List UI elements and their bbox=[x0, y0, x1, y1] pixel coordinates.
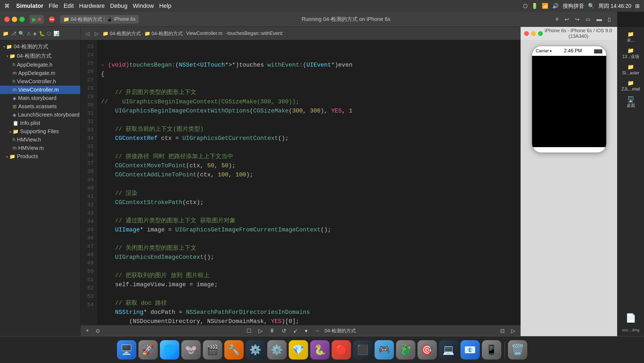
layout-btn-1[interactable]: ▭ bbox=[583, 14, 593, 24]
dock-terminal[interactable]: ⚙️ bbox=[246, 340, 265, 360]
dock-terminal2[interactable]: ⬛ bbox=[353, 340, 372, 360]
menu-debug[interactable]: Debug bbox=[110, 2, 127, 9]
apple-menu[interactable]: ⌘ bbox=[4, 3, 10, 9]
report-icon[interactable]: 📊 bbox=[53, 31, 59, 37]
close-button[interactable] bbox=[4, 17, 10, 22]
iphone-screen[interactable] bbox=[532, 56, 606, 147]
tree-item-root[interactable]: ▾ 📁 04-检测的方式 bbox=[0, 42, 80, 51]
pause-btn[interactable]: ⏸ bbox=[267, 326, 277, 335]
menu-simulator[interactable]: Simulator bbox=[16, 2, 43, 9]
tree-item-products[interactable]: ▸ 📁 Products bbox=[0, 152, 80, 161]
dock-app8[interactable]: 📧 bbox=[460, 340, 480, 360]
layout-btn-3[interactable]: ▯ bbox=[606, 14, 613, 24]
right-item-desktop[interactable]: 🖥️ 桌面 bbox=[625, 95, 636, 110]
menubar-search[interactable]: 🔍 bbox=[588, 3, 595, 9]
iphone-carrier: Carrier bbox=[536, 49, 549, 53]
breakpoint-icon[interactable]: ⬡ bbox=[47, 31, 51, 37]
right-item-file[interactable]: 📄 bbox=[624, 311, 637, 325]
debug-icon[interactable]: 🐛 bbox=[39, 31, 45, 37]
menubar-battery[interactable]: 🔋 bbox=[531, 3, 538, 9]
dock-app6[interactable]: 🎯 bbox=[418, 340, 437, 360]
sim-close-btn[interactable] bbox=[524, 31, 529, 36]
dock-trash[interactable]: 🗑️ bbox=[508, 340, 527, 360]
folder-icon[interactable]: 📁 bbox=[3, 31, 9, 37]
dock-app7[interactable]: 💻 bbox=[439, 340, 458, 360]
code-content[interactable]: - (void)touchesBegan:(NSSet<UITouch*>*)t… bbox=[97, 40, 521, 325]
dock-sysprefs[interactable]: ⚙️ bbox=[267, 340, 287, 360]
minimize-button[interactable] bbox=[12, 17, 17, 22]
dock-app2[interactable]: 🐍 bbox=[310, 340, 330, 360]
maximize-button[interactable] bbox=[19, 17, 25, 22]
layout1-btn[interactable]: ⊡ bbox=[498, 326, 507, 336]
breadcrumb-part4[interactable]: -touchesBegan::withEvent: bbox=[226, 31, 283, 36]
menu-edit[interactable]: Edit bbox=[64, 2, 74, 9]
tree-item-viewcontrollerh[interactable]: ▸ h ViewController.h bbox=[0, 77, 80, 86]
editor-btn-1[interactable]: ≡ bbox=[553, 14, 561, 24]
breadcrumb-part1[interactable]: 📁 04-检图的方式 bbox=[103, 30, 141, 37]
dock-tools[interactable]: 🔧 bbox=[224, 340, 244, 360]
layout-btn-2[interactable]: ▬ bbox=[594, 14, 604, 24]
project-scheme[interactable]: 📁 04-检测的方式 | 📱 iPhone 6s bbox=[60, 15, 139, 24]
debug-view-btn[interactable]: ☐ bbox=[244, 326, 254, 336]
dock-quicktime[interactable]: 🎬 bbox=[203, 340, 222, 360]
tree-label-hmviewh: HMView.h bbox=[17, 137, 41, 143]
menu-file[interactable]: File bbox=[49, 2, 58, 9]
tree-item-mainstoryboard[interactable]: ▸ ◈ Main.storyboard bbox=[0, 94, 80, 102]
dock-mouse[interactable]: 🐭 bbox=[181, 340, 201, 360]
tree-item-folder1[interactable]: ▾ 📁 04-检图的方式 bbox=[0, 51, 80, 61]
continue2-btn[interactable]: → bbox=[312, 326, 322, 335]
menubar-wifi[interactable]: 📶 bbox=[542, 3, 548, 9]
menubar-input-method[interactable]: 搜狗拼音 bbox=[563, 2, 584, 10]
tree-item-hmviewm[interactable]: ▸ m HMView.m bbox=[0, 144, 80, 152]
sim-min-btn[interactable] bbox=[531, 31, 536, 36]
circle-btn[interactable]: ⊙ bbox=[93, 326, 102, 336]
breadcrumb-part2[interactable]: 📁 04-检图的方式 bbox=[144, 30, 183, 37]
dock-app5[interactable]: 🐉 bbox=[396, 340, 415, 360]
search-icon[interactable]: 🔍 bbox=[19, 31, 24, 37]
menubar-bluetooth[interactable]: ⬡ bbox=[523, 3, 528, 9]
dock-app4[interactable]: 🎮 bbox=[375, 340, 394, 360]
sim-max-btn[interactable] bbox=[538, 31, 543, 36]
tree-item-appdelegatem[interactable]: ▸ m AppDelegate.m bbox=[0, 69, 80, 77]
menu-hardware[interactable]: Hardware bbox=[79, 2, 105, 9]
add-btn[interactable]: + bbox=[84, 326, 91, 335]
right-item-xco[interactable]: xco....dmg bbox=[621, 326, 641, 333]
dock-app9[interactable]: 📱 bbox=[482, 340, 501, 360]
right-item-1[interactable]: 📁 未... bbox=[626, 30, 636, 44]
dock-safari[interactable]: 🌐 bbox=[160, 340, 179, 360]
test-icon[interactable]: ◈ bbox=[33, 31, 37, 37]
step-into-btn[interactable]: ↙ bbox=[291, 326, 300, 336]
menubar-grid[interactable]: ⊞ bbox=[635, 3, 640, 9]
dock-app3[interactable]: 🔴 bbox=[332, 340, 351, 360]
editor-btn-3[interactable]: ↪ bbox=[573, 14, 582, 24]
nav-back[interactable]: ◁ bbox=[84, 29, 91, 38]
dock-launchpad[interactable]: 🚀 bbox=[138, 340, 158, 360]
tree-item-plist[interactable]: ▸ 📋 Info.plist bbox=[0, 119, 80, 127]
right-item-3[interactable]: 📁 SI...aster bbox=[621, 62, 640, 77]
step-out-btn[interactable]: ▾ bbox=[303, 326, 310, 336]
step-over-btn[interactable]: ↺ bbox=[280, 326, 288, 336]
menubar-sound[interactable]: 🔊 bbox=[552, 3, 559, 9]
layout2-btn[interactable]: ▷ bbox=[509, 326, 517, 336]
menu-window[interactable]: Window bbox=[133, 2, 154, 9]
git-icon[interactable]: ⎇ bbox=[11, 31, 16, 37]
dock-finder[interactable]: 🖥️ bbox=[117, 340, 136, 360]
tree-item-viewcontrollerm[interactable]: ▸ m ViewController.m bbox=[0, 86, 80, 94]
menu-help[interactable]: Help bbox=[159, 2, 171, 9]
warning-icon[interactable]: ⚠ bbox=[27, 31, 31, 37]
tree-item-hmviewh[interactable]: ▸ h HMView.h bbox=[0, 136, 80, 144]
right-item-2[interactable]: 📁 13...业场 bbox=[621, 46, 640, 61]
breadcrumb-part3[interactable]: ViewController.m bbox=[186, 31, 222, 36]
tree-item-assets[interactable]: ▸ ⊞ Assets.xcassets bbox=[0, 102, 80, 111]
code-editor[interactable]: 23 24 25 26 27 28 29 30 31 32 33 34 35 3… bbox=[80, 40, 521, 325]
tree-item-supporting[interactable]: ▸ 📁 Supporting Files bbox=[0, 127, 80, 136]
tree-item-launchstoryboard[interactable]: ▸ ◈ LaunchScreen.storyboard bbox=[0, 111, 80, 119]
dock-sketch[interactable]: 💎 bbox=[289, 340, 308, 360]
editor-btn-2[interactable]: ↩ bbox=[562, 14, 571, 24]
nav-forward[interactable]: ▷ bbox=[93, 29, 100, 38]
right-item-4[interactable]: 📁 ZJL...etail bbox=[620, 78, 641, 93]
tree-item-appdelegateh[interactable]: ▸ h AppDelegate.h bbox=[0, 61, 80, 69]
continue-btn[interactable]: ▷ bbox=[256, 326, 265, 336]
toolbar-btn-1[interactable]: ⛔ bbox=[46, 14, 57, 24]
run-button[interactable]: ▶ ■ bbox=[30, 15, 44, 24]
